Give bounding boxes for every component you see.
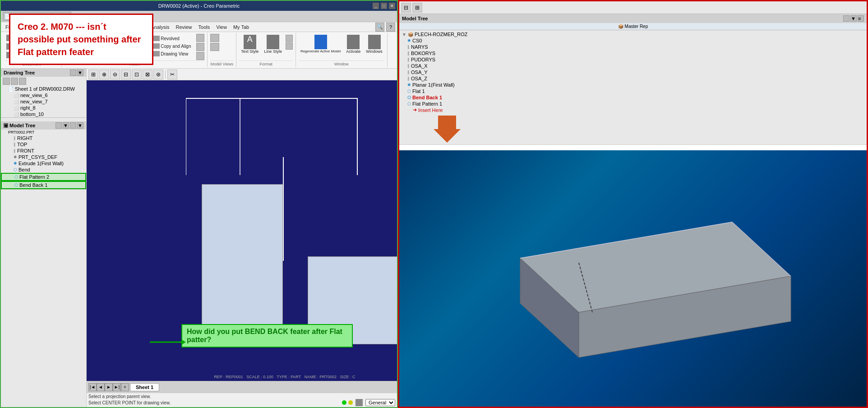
menu-view[interactable]: View [213,23,230,31]
status-mode-select[interactable]: General [365,399,395,406]
drawing-tree-expand-icon[interactable]: ▼ [77,70,83,76]
windows-button[interactable]: Windows [364,34,384,55]
view-icon-3[interactable] [196,52,204,60]
rt-flat1[interactable]: ⬡ Flat 1 [400,88,866,94]
sheet-icon: 📄 [8,87,14,92]
rt-planar1[interactable]: ✱ Planar 1(First Wall) [400,82,866,88]
maximize-button[interactable]: □ [381,3,387,9]
zoom-in-icon[interactable]: ⊕ [99,70,109,79]
search-icon[interactable]: 🔍 [375,23,384,32]
tree-new-view-7[interactable]: ⬜ new_view_7 [1,98,86,105]
rt-root-item[interactable]: ▼ 📦 PLECH-ROZMER_ROZ [400,31,866,37]
zoom-out-icon[interactable]: ⊖ [110,70,120,79]
close-button[interactable]: ✕ [389,3,395,9]
model-tree-right: Model Tree ▼ ≡ 📦 Master Rep ▼ 📦 PLECH-RO… [399,14,867,145]
rotate-icon[interactable]: ⊛ [153,70,163,79]
main-area: Drawing Tree ▼ 📄 Sheet 1 of DRW0002.DRW [1,69,397,407]
mt-bend-back-1[interactable]: ⬡ Bend Back 1 [1,181,86,189]
status-bottom: Select CENTER POINT for drawing view. Ge… [88,399,395,406]
pan-icon[interactable]: ⊠ [143,70,152,79]
tree-bottom-10[interactable]: ⬜ bottom_10 [1,111,86,117]
view-icon-1[interactable] [196,34,204,42]
rt-settings-icon[interactable] [843,15,850,22]
sheet-nav-last[interactable]: ►| [113,383,121,391]
text-style-button[interactable]: A Text Style [239,34,260,55]
revolved-button[interactable]: Revolved [152,35,193,42]
tree-right-8[interactable]: ⬜ right_8 [1,105,86,111]
mt-icon4[interactable]: ▼ [77,122,83,129]
mt-bend[interactable]: ⬡ Bend [1,167,86,173]
drawing-tree-settings-icon[interactable] [70,70,76,76]
rt-icon2[interactable]: ⊞ [412,3,422,13]
right-panel: ⊟ ⊞ Model Tree ▼ ≡ 📦 Master Rep ▼ 📦 PLEC… [398,0,868,408]
help-icon[interactable]: ? [386,23,395,32]
rt-flat-pattern-1[interactable]: ⬡ Flat Pattern 1 [400,101,866,107]
scissors-icon[interactable]: ✂ [167,70,177,79]
sheet-item[interactable]: 📄 Sheet 1 of DRW0002.DRW [1,86,86,92]
model-tree-expand-btn[interactable]: ▼ [4,123,8,128]
ribbon-group-window: Regenerate Active Model Activate Windows… [296,33,388,67]
sheet-nav-prev[interactable]: ◄ [97,383,105,391]
mt-icon1[interactable] [55,122,62,129]
menu-tools[interactable]: Tools [196,23,213,31]
sheet-add[interactable]: + [121,383,129,391]
rt-osa-x[interactable]: ∥ OSA_X [400,63,866,69]
drawing-tree-section: Drawing Tree ▼ 📄 Sheet 1 of DRW0002.DRW [1,69,86,118]
copy-align-button[interactable]: Copy and Align [152,42,193,50]
sheet-tabs: |◄ ◄ ► ►| + Sheet 1 [87,381,397,393]
mt-front[interactable]: ∥ FRONT [1,148,86,154]
status-dots [342,400,353,405]
tree-new-view-6[interactable]: ⬜ new_view_6 [1,92,86,98]
mt-icon2[interactable]: ▼ [63,122,69,129]
revolved-icon [153,36,160,41]
mt-top[interactable]: ∥ TOP [1,141,86,148]
activate-button[interactable]: Activate [344,34,362,55]
creo-annotation-box: Creo 2. M070 --- isn´t possible put some… [9,14,153,65]
mt-icon3[interactable] [70,122,76,129]
rt-icon1[interactable]: ⊟ [401,3,411,13]
rt-more-icon[interactable]: ≡ [858,15,864,22]
drawing-canvas[interactable]: How did you put BEND BACK feater after F… [87,80,397,381]
drawing-view-button[interactable]: Drawing View [152,50,193,57]
rt-expand-icon[interactable]: ▼ [850,15,857,22]
style-icon1[interactable] [286,35,293,42]
rt-narys[interactable]: ∥ NARYS [400,44,866,50]
rt-cs0[interactable]: ✱ CS0 [400,37,866,44]
menu-review[interactable]: Review [173,23,195,31]
tree-icon2[interactable] [11,78,18,85]
style-icon2[interactable] [286,42,293,50]
mt-csys[interactable]: ✱ PRT_CSYS_DEF [1,154,86,160]
line-style-button[interactable]: Line Style [262,34,284,55]
mt-extrude1[interactable]: ✱ Extrude 1(First Wall) [1,160,86,167]
zoom-window-icon[interactable]: ⊟ [121,70,131,79]
model-tree-items-right: ▼ 📦 PLECH-ROZMER_ROZ ✱ CS0 ∥ NARYS ∥ BOK… [399,30,867,114]
part-item[interactable]: PRT0002.PRT [1,130,86,135]
sheet-nav-next[interactable]: ► [105,383,113,391]
model-view-icon2[interactable] [210,43,219,51]
sheet-tab-1[interactable]: Sheet 1 [130,383,159,391]
rt-osa-y[interactable]: ∥ OSA_Y [400,69,866,75]
rt-pudorys[interactable]: ∥ PUDORYS [400,56,866,63]
sheet-nav-first[interactable]: |◄ [88,383,97,391]
view-toggle-icon[interactable]: ⊡ [132,70,142,79]
window-label: Window [299,60,384,66]
rt-insert-here: ➜ Insert Here [400,107,866,113]
view-icon-2[interactable] [196,43,204,51]
menu-my-tab[interactable]: My Tab [231,23,252,31]
rt-osa-z[interactable]: ∥ OSA_Z [400,75,866,82]
minimize-button[interactable]: _ [373,3,379,9]
model-view-icon[interactable] [210,34,219,42]
svg-marker-2 [181,339,186,345]
rt-bokorys[interactable]: ∥ BOKORYS [400,50,866,56]
annotation-bend-back: How did you put BEND BACK feater after F… [181,324,353,348]
status-line-1: Select a projection parent view. [88,394,395,399]
tree-icon1[interactable] [3,78,10,85]
tree-icon3[interactable] [19,78,26,85]
rt-bend-back-1[interactable]: ⬡ Bend Back 1 [400,94,866,101]
mt-right[interactable]: ∥ RIGHT [1,135,86,141]
zoom-fit-icon[interactable]: ⊞ [88,70,98,79]
regenerate-button[interactable]: Regenerate Active Model [299,34,342,54]
status-bar: Select a projection parent view. Select … [87,393,397,407]
windows-icon [368,35,381,49]
mt-flat-pattern-2[interactable]: ⬡ Flat Pattern 2 [1,173,86,181]
